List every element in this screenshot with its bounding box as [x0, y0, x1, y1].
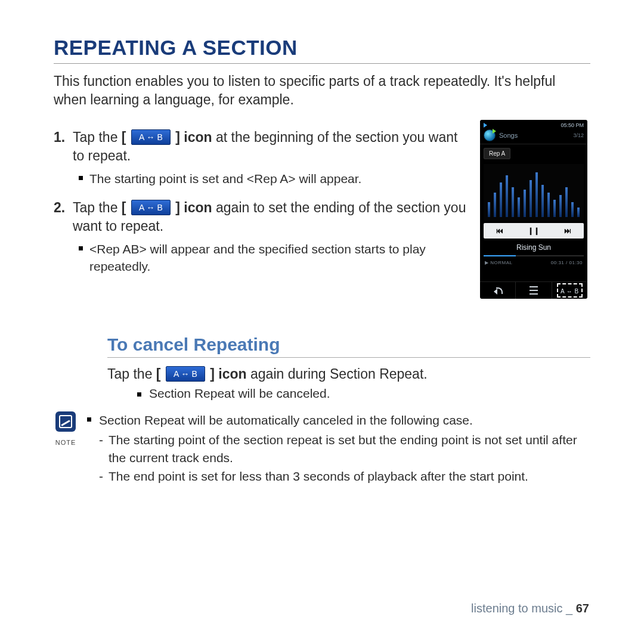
device-status-bar: 05:50 PM	[480, 120, 587, 128]
back-button[interactable]	[480, 282, 516, 299]
cancel-post: again during Section Repeat.	[247, 366, 428, 382]
playback-mode: ▶ NORMAL	[485, 260, 512, 265]
bracket-close-2: ]	[175, 200, 180, 215]
step-1-bold: icon	[184, 129, 212, 145]
music-app-icon	[484, 129, 496, 141]
ab-repeat-button[interactable]: A ↔ B	[552, 282, 587, 299]
pause-icon[interactable]: ❙❙	[528, 227, 540, 235]
cancel-instruction: Tap the [ A ↔ B ] icon again during Sect…	[107, 366, 590, 383]
step-1: 1. Tap the [ A ↔ B ] icon at the beginni…	[54, 128, 468, 165]
device-screenshot: 05:50 PM Songs 3/12 Rep A	[480, 120, 587, 299]
step-1-pre: Tap the	[73, 129, 117, 145]
cancel-bold: icon	[218, 366, 246, 382]
track-count: 3/12	[573, 132, 584, 138]
cancel-bracket-close: ]	[210, 366, 215, 382]
back-arrow-icon	[494, 287, 502, 294]
page-heading: REPEATING A SECTION	[54, 36, 590, 64]
footer-sep: _	[563, 602, 576, 615]
device-header: Songs 3/12	[480, 128, 587, 144]
step-1-bullet: The starting point is set and <Rep A> wi…	[54, 170, 468, 187]
page-footer: listening to music _ 67	[471, 602, 589, 615]
note-block: NOTE Section Repeat will be automaticall…	[54, 411, 590, 487]
step-1-post: at the beginning of the section you want…	[73, 129, 457, 163]
ab-repeat-small-icon: A ↔ B	[561, 288, 579, 295]
menu-icon	[530, 286, 538, 295]
progress-bar[interactable]	[484, 255, 584, 256]
footer-section: listening to music	[471, 602, 562, 615]
prev-track-icon[interactable]: ⏮	[496, 227, 503, 235]
note-dash-1: The starting point of the section repeat…	[85, 431, 590, 466]
bracket-open: [	[122, 129, 126, 145]
ab-repeat-highlight: A ↔ B	[557, 283, 583, 298]
cancel-pre: Tap the	[107, 366, 152, 382]
step-1-number: 1.	[54, 128, 65, 147]
rep-a-badge: Rep A	[484, 148, 510, 159]
note-bullet: Section Repeat will be automatically can…	[85, 411, 590, 429]
cancel-bracket-open: [	[156, 366, 161, 382]
step-2-bullet: <Rep AB> will appear and the specified s…	[54, 240, 468, 275]
step-2: 2. Tap the [ A ↔ B ] icon again to set t…	[54, 199, 468, 236]
playback-time: 00:31 / 01:30	[551, 260, 583, 265]
ab-repeat-icon: A ↔ B	[166, 366, 205, 382]
ab-repeat-icon: A ↔ B	[131, 129, 171, 145]
audio-visualizer	[484, 164, 584, 221]
cancel-bullet: Section Repeat will be canceled.	[54, 386, 590, 401]
device-bottom-bar: A ↔ B	[480, 281, 587, 299]
bracket-open-2: [	[122, 200, 126, 215]
playing-indicator-icon	[484, 123, 487, 128]
note-dash-2: The end point is set for less than 3 sec…	[85, 467, 590, 485]
ab-repeat-icon: A ↔ B	[131, 200, 171, 215]
track-title: Rising Sun	[480, 243, 587, 252]
bracket-close: ]	[175, 129, 180, 145]
step-2-number: 2.	[54, 199, 65, 217]
footer-page-number: 67	[576, 602, 589, 615]
next-track-icon[interactable]: ⏭	[564, 227, 571, 235]
cancel-heading: To cancel Repeating	[107, 335, 590, 358]
step-2-pre: Tap the	[73, 200, 117, 215]
songs-label: Songs	[499, 132, 518, 139]
device-clock: 05:50 PM	[561, 122, 584, 128]
intro-text: This function enables you to listen to s…	[54, 72, 590, 109]
playback-controls: ⏮ ❙❙ ⏭	[484, 223, 584, 239]
note-icon	[55, 411, 76, 432]
device-status-line: ▶ NORMAL 00:31 / 01:30	[480, 256, 587, 265]
step-2-bold: icon	[184, 200, 212, 215]
note-label: NOTE	[54, 438, 78, 447]
menu-button[interactable]	[516, 282, 552, 299]
